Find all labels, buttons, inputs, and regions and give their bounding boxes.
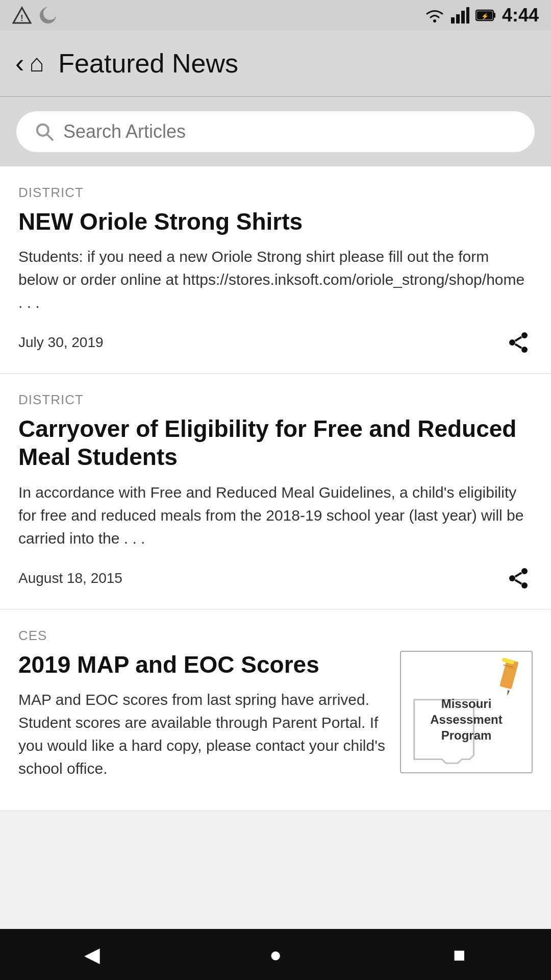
- search-container: [0, 97, 551, 166]
- nav-recent-button[interactable]: ■: [439, 934, 480, 975]
- svg-rect-8: [466, 7, 469, 23]
- status-time: 4:44: [502, 5, 539, 26]
- article-date: July 30, 2019: [18, 334, 104, 351]
- article-body: In accordance with Free and Reduced Meal…: [18, 481, 533, 550]
- back-button[interactable]: ‹: [15, 50, 24, 77]
- search-input[interactable]: [63, 121, 516, 142]
- share-button[interactable]: [504, 564, 533, 593]
- share-button[interactable]: [504, 328, 533, 357]
- svg-point-21: [509, 575, 515, 581]
- share-icon: [506, 566, 531, 591]
- moon-icon: [39, 6, 57, 24]
- svg-point-22: [521, 582, 528, 589]
- search-bar[interactable]: [16, 111, 535, 152]
- article-category: CES: [18, 628, 533, 644]
- nav-home-button[interactable]: ●: [255, 934, 296, 975]
- svg-point-15: [521, 332, 528, 338]
- svg-point-20: [521, 568, 528, 574]
- article-text-block: 2019 MAP and EOC Scores MAP and EOC scor…: [18, 651, 390, 794]
- svg-point-3: [43, 7, 57, 20]
- article-body: MAP and EOC scores from last spring have…: [18, 688, 390, 780]
- article-card[interactable]: DISTRICT Carryover of Eligibility for Fr…: [0, 374, 551, 609]
- svg-text:!: !: [20, 14, 23, 22]
- svg-rect-6: [456, 14, 460, 23]
- article-card[interactable]: CES 2019 MAP and EOC Scores MAP and EOC …: [0, 609, 551, 811]
- svg-rect-7: [461, 11, 465, 23]
- wifi-icon: [424, 7, 445, 23]
- svg-text:⚡: ⚡: [481, 12, 488, 20]
- article-title: 2019 MAP and EOC Scores: [18, 651, 390, 679]
- article-category: DISTRICT: [18, 185, 533, 201]
- svg-line-23: [515, 573, 521, 577]
- svg-line-18: [515, 337, 521, 341]
- article-title: NEW Oriole Strong Shirts: [18, 208, 533, 236]
- article-title: Carryover of Eligibility for Free and Re…: [18, 415, 533, 471]
- svg-line-14: [47, 135, 53, 140]
- svg-rect-10: [493, 13, 495, 18]
- nav-back-button[interactable]: ◀: [71, 934, 112, 975]
- map-text: Missouri Assessment Program: [401, 691, 532, 749]
- article-body: Students: if you need a new Oriole Stron…: [18, 245, 533, 314]
- svg-point-4: [433, 19, 436, 22]
- article-thumbnail: Missouri Assessment Program: [400, 651, 533, 773]
- article-footer: August 18, 2015: [18, 564, 533, 593]
- article-footer: July 30, 2019: [18, 328, 533, 357]
- svg-rect-5: [451, 17, 455, 23]
- bottom-navigation: ◀ ● ■: [0, 929, 551, 980]
- search-icon: [35, 122, 54, 141]
- signal-icon: [451, 7, 469, 23]
- article-card[interactable]: DISTRICT NEW Oriole Strong Shirts Studen…: [0, 166, 551, 374]
- page-title: Featured News: [58, 48, 238, 79]
- svg-point-17: [521, 347, 528, 353]
- article-content-row: 2019 MAP and EOC Scores MAP and EOC scor…: [18, 651, 533, 794]
- svg-line-19: [515, 344, 521, 348]
- article-date: August 18, 2015: [18, 570, 122, 586]
- battery-icon: ⚡: [475, 8, 496, 22]
- svg-rect-25: [499, 659, 518, 689]
- app-bar: ‹ ⌂ Featured News: [0, 31, 551, 97]
- article-category: DISTRICT: [18, 392, 533, 408]
- share-icon: [506, 330, 531, 355]
- status-left-icons: !: [12, 6, 57, 25]
- home-button[interactable]: ⌂: [29, 51, 44, 76]
- status-bar: ! ⚡ 4:44: [0, 0, 551, 31]
- warning-icon: !: [12, 6, 32, 25]
- status-right-icons: ⚡ 4:44: [424, 5, 539, 26]
- svg-point-16: [509, 339, 515, 346]
- svg-line-24: [515, 580, 521, 584]
- articles-list: DISTRICT NEW Oriole Strong Shirts Studen…: [0, 166, 551, 811]
